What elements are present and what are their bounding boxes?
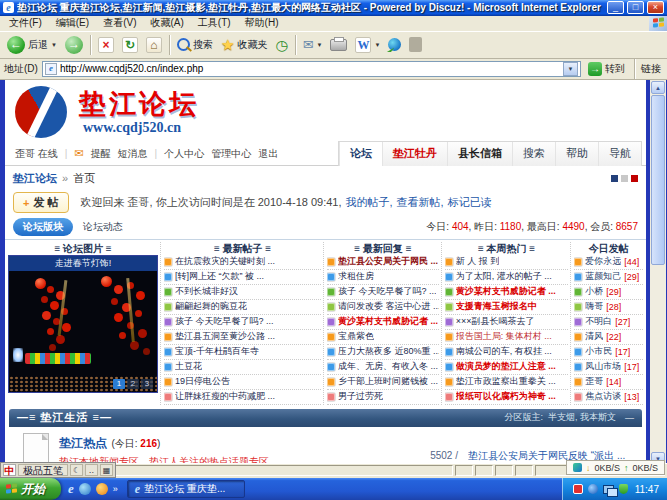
ime-name-button[interactable]: 极品五笔 [18,464,68,476]
site-logo-icon[interactable] [15,86,67,138]
weekly-hot-item[interactable]: ×××副县长喝茶去了 [445,315,569,330]
today-poster-item[interactable]: 小桥[29] [574,285,643,300]
username-status[interactable]: 歪哥 在线 [15,147,58,161]
new-reply-item[interactable]: 垫江县公安局关于网民 ... [327,255,439,270]
picture-caption[interactable]: 走进春节灯饰! [9,256,157,271]
maximize-button[interactable]: □ [627,1,644,14]
quick-launch-icon-2[interactable] [79,483,91,495]
refresh-button[interactable]: ↻ [119,36,141,54]
new-post-item[interactable]: 在抗震救灾的关键时刻 ... [164,255,321,270]
slide-page-number[interactable]: 2 [127,379,139,389]
stop-button[interactable]: × [95,36,117,54]
weekly-hot-item[interactable]: 报纸可以化腐朽为神奇 ... [445,390,569,405]
scroll-up-icon[interactable]: ▲ [651,81,665,94]
today-poster-item[interactable]: 歪哥[14] [574,375,643,390]
moderators-names[interactable]: 半支烟, 我本斯文 [548,411,616,424]
close-button[interactable]: × [647,1,664,14]
forum-picture-slide[interactable]: 走进春节灯饰! 123 [8,255,158,393]
new-reply-item[interactable]: 成年、无房、有收入冬 ... [327,360,439,375]
today-poster-item[interactable]: 凤山市场[17] [574,360,643,375]
forward-button[interactable]: → [62,35,86,55]
menu-item[interactable]: 工具(T) [191,15,238,31]
new-reply-item[interactable]: 压力大熬夜多 近80%重 ... [327,345,439,360]
home-button[interactable]: ⌂ [143,36,165,54]
mail-button[interactable]: ✉ ▼ [300,36,326,53]
quick-launch-ie-icon[interactable]: e [68,481,74,497]
weekly-hot-item[interactable]: 支援青海玉树报名中 [445,300,569,315]
weekly-hot-item[interactable]: 报告国土局: 集体村村 ... [445,330,569,345]
menu-item[interactable]: 文件(F) [2,15,49,31]
new-post-item[interactable]: [转]网上还 “欠款” 被 ... [164,270,321,285]
today-poster-item[interactable]: 不明白[27] [574,315,643,330]
today-poster-item[interactable]: 小市民[17] [574,345,643,360]
menu-item[interactable]: 收藏(A) [143,15,190,31]
new-post-item[interactable]: 翩翩起舞的豌豆花 [164,300,321,315]
breadcrumb-root-link[interactable]: 垫江论坛 [13,171,57,186]
slide-page-number[interactable]: 3 [141,379,153,389]
logout-link[interactable]: 退出 [258,147,278,161]
messages-link[interactable]: 短消息 [118,147,148,161]
nav-tab[interactable]: 搜索 [512,142,555,166]
new-post-item[interactable]: 宝顶-千年杜鹃百年寺 [164,345,321,360]
tray-icon-1[interactable] [573,484,583,494]
menu-item[interactable]: 帮助(H) [238,15,286,31]
ime-language-icon[interactable]: 中 [3,464,16,476]
new-post-item[interactable]: 孩子 今天吃早餐了吗? ... [164,315,321,330]
welcome-link[interactable]: 标记已读 [448,195,492,210]
forum-name-link[interactable]: 垫江热点 [59,436,107,450]
style-square-gray[interactable] [621,175,628,182]
ime-fullhalf-icon[interactable]: ☾ [70,464,83,476]
links-menu[interactable]: 链接 [641,62,663,76]
weekly-hot-item[interactable]: 垫江市政监察出重拳关 ... [445,375,569,390]
ime-softkeyboard-icon[interactable]: ▦ [100,464,113,476]
today-poster-item[interactable]: 嗨哥[28] [574,300,643,315]
favorites-button[interactable]: ★ 收藏夹 [218,35,270,55]
edit-button[interactable]: W ▼ [352,36,383,54]
weekly-hot-item[interactable]: 南城公司的车, 有权挂 ... [445,345,569,360]
go-button[interactable]: → 转到 [585,62,628,76]
admin-link[interactable]: 管理中心 [211,147,251,161]
today-poster-item[interactable]: 蓝颜知己[29] [574,270,643,285]
quick-launch-icon-3[interactable] [96,483,108,495]
new-reply-item[interactable]: 乡干部上班时间赌钱被 ... [327,375,439,390]
style-square-red[interactable] [631,175,638,182]
welcome-link[interactable]: 我的帖子, [346,195,393,210]
minimize-button[interactable]: _ [607,1,624,14]
weekly-hot-item[interactable]: 新 人 报 到 [445,255,569,270]
back-button[interactable]: ← 后退 ▼ [4,35,60,55]
menu-item[interactable]: 查看(V) [96,15,143,31]
new-post-item[interactable]: 让胖妹狂瘦的中药减肥 ... [164,390,321,405]
nav-tab[interactable]: 导航 [598,142,641,166]
new-post-button[interactable]: + 发 帖 [13,192,69,213]
weekly-hot-item[interactable]: 做演员梦的垫江人注意 ... [445,360,569,375]
today-poster-item[interactable]: 爱你永远[44] [574,255,643,270]
start-button[interactable]: 开始 [0,478,61,500]
new-reply-item[interactable]: 黄沙某村支书威胁记者 ... [327,315,439,330]
profile-link[interactable]: 个人中心 [164,147,204,161]
tab-forum-index[interactable]: 论坛版块 [13,218,73,236]
new-reply-item[interactable]: 请问发改委 客运中心进 ... [327,300,439,315]
scrollbar-thumb[interactable] [651,95,665,265]
new-post-item[interactable]: 不到长城非好汉 [164,285,321,300]
nav-tab[interactable]: 县长信箱 [447,142,512,166]
nav-tab[interactable]: 帮助 [555,142,598,166]
new-post-item[interactable]: 垫江县五洞至黄沙公路 ... [164,330,321,345]
new-reply-item[interactable]: 宝鼎紫色 [327,330,439,345]
ime-punctuation-icon[interactable]: ‥ [85,464,98,476]
welcome-link[interactable]: 查看新帖, [397,195,444,210]
today-poster-item[interactable]: 清风[22] [574,330,643,345]
messenger-button[interactable] [385,37,404,52]
taskbar-window-button[interactable]: e 垫江论坛 重庆垫... [127,480,245,498]
new-post-item[interactable]: 土豆花 [164,360,321,375]
address-input[interactable]: e http://www.cqdj520.cn/index.php ▼ [42,61,581,77]
history-button[interactable]: ◷ [272,36,290,54]
tray-network-icon[interactable] [603,485,614,494]
extra-tool-button[interactable] [406,36,425,53]
quick-launch-overflow-icon[interactable]: » [113,484,118,494]
new-post-item[interactable]: 19日停电公告 [164,375,321,390]
new-reply-item[interactable]: 孩子 今天吃早餐了吗? ... [327,285,439,300]
vertical-scrollbar[interactable]: ▲ ▼ [650,80,666,464]
nav-tab[interactable]: 论坛 [339,142,382,166]
edit-dropdown-icon[interactable]: ▼ [374,42,380,48]
slide-page-number[interactable]: 1 [113,379,125,389]
